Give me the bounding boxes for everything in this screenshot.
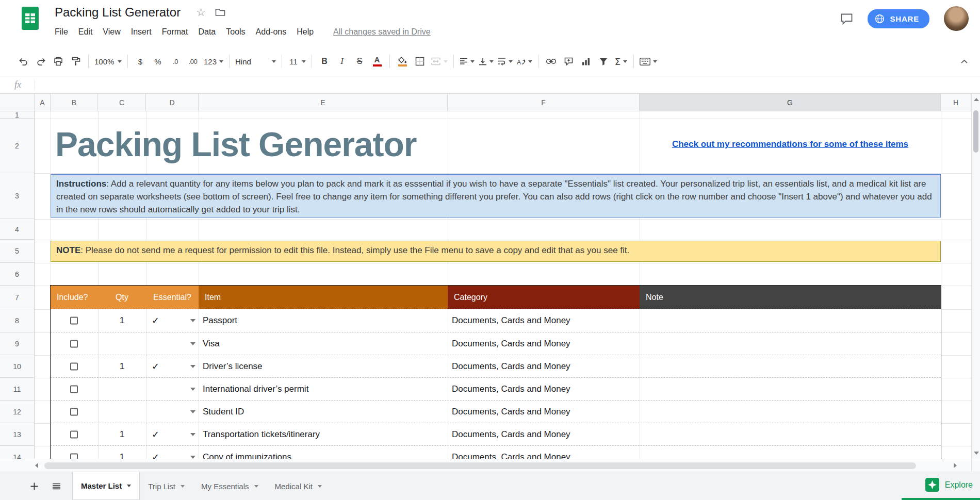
category-cell[interactable]: Documents, Cards and Money <box>452 423 570 445</box>
formula-bar[interactable]: fx <box>0 76 980 94</box>
menu-insert[interactable]: Insert <box>126 25 157 39</box>
tab-menu-icon[interactable] <box>318 485 322 488</box>
table-header-qty[interactable]: Qty <box>98 286 146 309</box>
sheet-tab-trip-list[interactable]: Trip List <box>140 472 193 500</box>
redo-button[interactable] <box>32 52 50 71</box>
essential-cell[interactable]: ✓ <box>152 423 159 445</box>
category-cell[interactable]: Documents, Cards and Money <box>452 309 570 332</box>
dropdown-arrow-icon[interactable] <box>190 433 195 436</box>
dropdown-arrow-icon[interactable] <box>190 410 195 413</box>
zoom-select[interactable]: 100% <box>92 52 124 71</box>
scroll-right-icon[interactable] <box>954 463 957 468</box>
more-formats-button[interactable]: 123 <box>202 52 225 71</box>
merge-cells-button[interactable] <box>429 52 450 71</box>
vertical-align-button[interactable] <box>477 52 496 71</box>
include-checkbox[interactable] <box>70 430 78 438</box>
dropdown-arrow-icon[interactable] <box>190 342 195 345</box>
item-cell[interactable]: Transportation tickets/itinerary <box>203 423 320 445</box>
horizontal-scrollbar[interactable] <box>0 459 971 472</box>
borders-button[interactable] <box>411 52 429 71</box>
menu-add-ons[interactable]: Add-ons <box>251 25 292 39</box>
row-header-5[interactable]: 5 <box>0 240 34 263</box>
row-header-14[interactable]: 14 <box>0 446 34 459</box>
row-header-3[interactable]: 3 <box>0 173 34 219</box>
dropdown-arrow-icon[interactable] <box>190 319 195 322</box>
table-header-include[interactable]: Include? <box>51 286 98 309</box>
sheets-logo-icon[interactable] <box>22 7 39 32</box>
essential-cell[interactable]: ✓ <box>152 309 159 332</box>
tab-menu-icon[interactable] <box>127 485 131 487</box>
essential-cell[interactable]: ✓ <box>152 446 159 459</box>
row-header-11[interactable]: 11 <box>0 378 34 401</box>
dropdown-arrow-icon[interactable] <box>190 456 195 459</box>
sheet-tab-my-essentials[interactable]: My Essentials <box>193 472 267 500</box>
menu-format[interactable]: Format <box>157 25 193 39</box>
row-header-1[interactable]: 1 <box>0 111 34 119</box>
strikethrough-button[interactable]: S <box>351 52 368 71</box>
menu-view[interactable]: View <box>97 25 125 39</box>
star-icon[interactable]: ☆ <box>196 6 206 19</box>
scroll-up-icon[interactable] <box>974 98 979 101</box>
row-header-2[interactable]: 2 <box>0 119 34 173</box>
sheet-tab-master-list[interactable]: Master List <box>72 472 140 500</box>
font-size-select[interactable]: 11 <box>286 52 308 71</box>
spreadsheet-grid[interactable]: Packing List Generator Check out my reco… <box>35 111 971 459</box>
item-cell[interactable]: Copy of immunizations <box>203 446 291 459</box>
paint-format-button[interactable] <box>67 52 85 71</box>
undo-button[interactable] <box>14 52 32 71</box>
bold-button[interactable]: B <box>316 52 333 71</box>
insert-chart-button[interactable] <box>577 52 595 71</box>
text-color-button[interactable]: A <box>368 52 386 71</box>
include-checkbox[interactable] <box>70 362 78 370</box>
category-cell[interactable]: Documents, Cards and Money <box>452 332 570 355</box>
share-button[interactable]: SHARE <box>868 9 929 28</box>
menu-file[interactable]: File <box>50 25 73 39</box>
insert-link-button[interactable] <box>542 52 560 71</box>
qty-cell[interactable]: 1 <box>98 309 146 332</box>
column-header-h[interactable]: H <box>941 94 971 111</box>
row-header-13[interactable]: 13 <box>0 423 34 446</box>
tab-menu-icon[interactable] <box>254 485 258 488</box>
qty-cell[interactable] <box>98 378 146 400</box>
include-checkbox[interactable] <box>70 317 78 325</box>
qty-cell[interactable]: 1 <box>98 355 146 377</box>
select-all-corner[interactable] <box>0 94 35 111</box>
scroll-down-icon[interactable] <box>974 452 979 455</box>
vertical-scrollbar[interactable] <box>971 94 980 459</box>
qty-cell[interactable] <box>98 401 146 423</box>
table-header-note[interactable]: Note <box>640 286 941 309</box>
table-header-category[interactable]: Category <box>448 286 640 309</box>
fill-color-button[interactable] <box>394 52 411 71</box>
print-button[interactable] <box>50 52 67 71</box>
include-checkbox[interactable] <box>70 340 78 347</box>
table-header-essential[interactable]: Essential? <box>146 286 199 309</box>
column-header-c[interactable]: C <box>98 94 146 111</box>
qty-cell[interactable]: 1 <box>98 423 146 445</box>
item-cell[interactable]: Visa <box>203 332 220 355</box>
explore-button[interactable]: Explore <box>925 472 973 498</box>
collapse-toolbar-button[interactable] <box>955 52 973 71</box>
qty-cell[interactable]: 1 <box>98 446 146 459</box>
menu-help[interactable]: Help <box>291 25 319 39</box>
column-header-d[interactable]: D <box>146 94 199 111</box>
item-cell[interactable]: International driver’s permit <box>203 378 308 400</box>
move-to-folder-icon[interactable] <box>215 8 225 16</box>
tab-menu-icon[interactable] <box>181 485 185 488</box>
text-wrap-button[interactable] <box>496 52 515 71</box>
sheet-tab-medical-kit[interactable]: Medical Kit <box>267 472 330 500</box>
row-header-10[interactable]: 10 <box>0 355 34 378</box>
menu-data[interactable]: Data <box>193 25 221 39</box>
font-select[interactable]: Hind <box>233 52 278 71</box>
italic-button[interactable]: I <box>333 52 351 71</box>
all-sheets-button[interactable] <box>52 483 61 490</box>
recommendations-link[interactable]: Check out my recommendations for some of… <box>640 139 941 149</box>
essential-cell[interactable]: ✓ <box>152 355 159 377</box>
document-title[interactable]: Packing List Generator <box>55 5 181 20</box>
row-header-6[interactable]: 6 <box>0 263 34 286</box>
dropdown-arrow-icon[interactable] <box>190 388 195 391</box>
item-cell[interactable]: Passport <box>203 309 237 332</box>
column-header-f[interactable]: F <box>448 94 640 111</box>
dropdown-arrow-icon[interactable] <box>190 365 195 368</box>
scroll-left-icon[interactable] <box>35 463 38 468</box>
item-cell[interactable]: Student ID <box>203 401 244 423</box>
